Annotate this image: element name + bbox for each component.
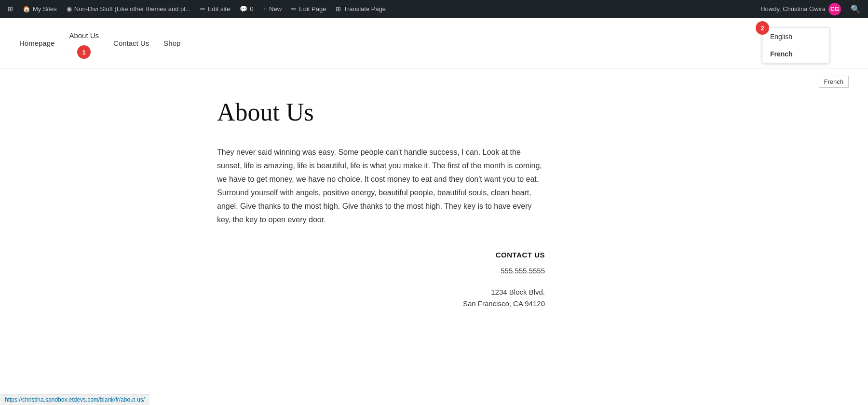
translate-icon: ⊞ <box>336 5 341 13</box>
nav-homepage[interactable]: Homepage <box>19 35 54 51</box>
step-badge-1: 1 <box>77 45 91 59</box>
search-icon[interactable]: 🔍 <box>847 4 864 14</box>
nav-links: Homepage About Us 1 Contact Us Shop <box>19 27 849 59</box>
address-line1: 1234 Block Blvd. <box>217 286 545 298</box>
plus-icon: + <box>263 5 267 13</box>
contact-phone: 555.555.5555 <box>217 267 545 275</box>
theme-icon: ◉ <box>67 5 72 13</box>
page-title: About Us <box>217 98 559 126</box>
site-nav: Homepage About Us 1 Contact Us Shop 2 En… <box>0 18 868 69</box>
step-badge-2: 2 <box>756 21 769 35</box>
wp-icon: ⊞ <box>8 5 13 13</box>
avatar: CG <box>828 3 841 15</box>
address-line2: San Francisco, CA 94120 <box>217 298 545 310</box>
french-badge-small: French <box>819 76 849 88</box>
nav-contact-us[interactable]: Contact Us <box>113 35 149 51</box>
status-url: https://christina.sandbox.etdevs.com/bla… <box>5 396 145 403</box>
lang-french[interactable]: French <box>762 45 829 63</box>
status-bar: https://christina.sandbox.etdevs.com/bla… <box>0 394 149 405</box>
my-sites-label: My Sites <box>33 5 57 13</box>
edit-site-item[interactable]: ✏ Edit site <box>196 0 234 18</box>
main-content: About Us They never said winning was eas… <box>0 69 579 329</box>
contact-title: CONTACT US <box>217 251 545 259</box>
comment-icon: 💬 <box>240 5 247 13</box>
comments-item[interactable]: 💬 0 <box>236 0 257 18</box>
admin-bar: ⊞ 🏠 My Sites ◉ Non-Divi Stuff (Like othe… <box>0 0 868 18</box>
edit-page-item[interactable]: ✏ Edit Page <box>287 0 330 18</box>
new-label: New <box>269 5 282 13</box>
page-body: They never said winning was easy. Some p… <box>217 146 545 227</box>
nav-about-us[interactable]: About Us <box>69 27 99 43</box>
pencil-icon: ✏ <box>200 5 205 13</box>
wp-logo[interactable]: ⊞ <box>4 0 17 18</box>
admin-bar-right: Howdy, Christina Gwira CG 🔍 <box>757 3 864 15</box>
comments-count: 0 <box>250 5 253 13</box>
edit-page-label: Edit Page <box>299 5 326 13</box>
language-dropdown[interactable]: 2 English French <box>762 27 829 63</box>
translate-label: Translate Page <box>343 5 386 13</box>
house-icon: 🏠 <box>23 5 30 13</box>
non-divi-label: Non-Divi Stuff (Like other themes and pl… <box>74 5 190 13</box>
my-sites-item[interactable]: 🏠 My Sites <box>19 0 61 18</box>
non-divi-item[interactable]: ◉ Non-Divi Stuff (Like other themes and … <box>63 0 194 18</box>
edit-site-label: Edit site <box>208 5 230 13</box>
contact-section: CONTACT US 555.555.5555 1234 Block Blvd.… <box>217 251 545 310</box>
new-item[interactable]: + New <box>259 0 285 18</box>
contact-address: 1234 Block Blvd. San Francisco, CA 94120 <box>217 286 545 310</box>
nav-shop[interactable]: Shop <box>163 35 180 51</box>
nav-about-container: About Us 1 <box>69 27 99 59</box>
translate-item[interactable]: ⊞ Translate Page <box>332 0 390 18</box>
howdy-text: Howdy, Christina Gwira CG <box>757 3 845 15</box>
edit-icon: ✏ <box>291 5 297 13</box>
lang-english[interactable]: English <box>762 28 829 45</box>
